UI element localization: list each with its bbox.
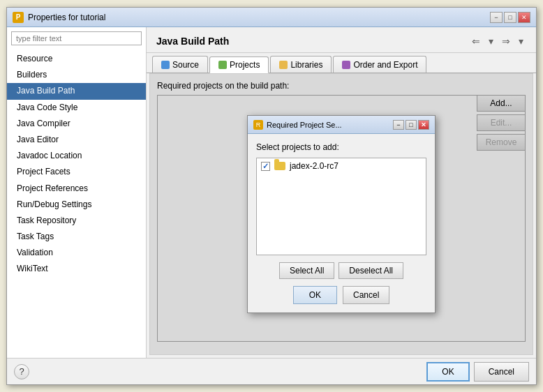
modal-controls: − □ ✕ <box>393 120 429 130</box>
tab-order-export[interactable]: Order and Export <box>333 56 426 73</box>
main-title: Java Build Path <box>156 36 229 47</box>
project-checkbox[interactable]: ✓ <box>261 162 270 171</box>
minimize-button[interactable]: − <box>490 12 503 23</box>
panel-area: Required projects on the build path: Add… <box>149 73 533 355</box>
sidebar-item-project-references[interactable]: Project References <box>7 181 146 197</box>
dot-nav[interactable]: ▾ <box>486 34 496 48</box>
modal-icon-text: R <box>256 121 261 128</box>
modal-dialog: R Required Project Se... − □ ✕ <box>247 115 436 313</box>
libraries-tab-icon <box>279 61 288 69</box>
header-nav: ⇐ ▾ ⇒ ▾ <box>469 34 526 48</box>
sidebar-item-task-repository[interactable]: Task Repository <box>7 213 146 229</box>
main-window: P Properties for tutorial − □ ✕ Resource… <box>6 7 537 385</box>
modal-overlay: R Required Project Se... − □ ✕ <box>150 74 533 354</box>
modal-title-left: R Required Project Se... <box>253 120 342 130</box>
sidebar-item-task-tags[interactable]: Task Tags <box>7 229 146 245</box>
filter-input[interactable] <box>11 31 142 45</box>
sidebar-item-resource[interactable]: Resource <box>7 51 146 67</box>
title-controls: − □ ✕ <box>490 12 530 23</box>
tab-libraries[interactable]: Libraries <box>270 56 332 73</box>
project-name: jadex-2.0-rc7 <box>290 161 339 171</box>
order-tab-icon <box>342 61 350 69</box>
tab-source[interactable]: Source <box>152 56 208 73</box>
window-icon-text: P <box>16 13 21 21</box>
bottom-right: OK Cancel <box>426 362 529 382</box>
ok-button[interactable]: OK <box>426 362 469 382</box>
help-button[interactable]: ? <box>14 364 29 379</box>
close-button[interactable]: ✕ <box>518 12 530 23</box>
modal-maximize-button[interactable]: □ <box>406 120 417 130</box>
modal-title-text: Required Project Se... <box>267 121 342 129</box>
modal-minimize-button[interactable]: − <box>393 120 404 130</box>
modal-icon: R <box>253 120 263 130</box>
back-arrow[interactable]: ⇐ <box>469 34 483 48</box>
bottom-bar: ? OK Cancel <box>7 358 536 384</box>
sidebar-item-java-build-path[interactable]: Java Build Path <box>7 83 146 99</box>
content-area: ResourceBuildersJava Build PathJava Code… <box>7 27 536 358</box>
checkbox-mark: ✓ <box>262 163 269 170</box>
main-content: Java Build Path ⇐ ▾ ⇒ ▾ Source Projects <box>147 27 536 358</box>
tab-projects-label: Projects <box>230 60 260 70</box>
sidebar-item-wikitext[interactable]: WikiText <box>7 261 146 277</box>
sidebar-item-run/debug-settings[interactable]: Run/Debug Settings <box>7 197 146 213</box>
title-bar: P Properties for tutorial − □ ✕ <box>7 8 536 27</box>
main-header: Java Build Path ⇐ ▾ ⇒ ▾ <box>147 27 536 53</box>
sidebar-item-project-facets[interactable]: Project Facets <box>7 164 146 180</box>
dropdown-arrow[interactable]: ▾ <box>516 34 526 48</box>
modal-action-row: Select All Deselect All <box>256 262 426 279</box>
sidebar: ResourceBuildersJava Build PathJava Code… <box>7 27 147 358</box>
tab-projects[interactable]: Projects <box>209 56 269 73</box>
title-bar-left: P Properties for tutorial <box>13 12 105 23</box>
sidebar-item-javadoc-location[interactable]: Javadoc Location <box>7 148 146 164</box>
modal-body: Select projects to add: ✓ jadex-2.0-rc7 <box>248 134 435 312</box>
modal-subtitle: Select projects to add: <box>256 142 426 152</box>
sidebar-list: ResourceBuildersJava Build PathJava Code… <box>7 50 146 358</box>
maximize-button[interactable]: □ <box>504 12 516 23</box>
select-all-button[interactable]: Select All <box>279 262 334 279</box>
modal-cancel-button[interactable]: Cancel <box>343 286 389 304</box>
window-title: Properties for tutorial <box>28 13 105 22</box>
deselect-all-button[interactable]: Deselect All <box>339 262 403 279</box>
tabs-bar: Source Projects Libraries Order and Expo… <box>147 53 536 73</box>
sidebar-item-builders[interactable]: Builders <box>7 67 146 83</box>
folder-icon <box>274 162 285 170</box>
cancel-button[interactable]: Cancel <box>474 362 529 382</box>
sidebar-item-java-editor[interactable]: Java Editor <box>7 132 146 148</box>
project-list: ✓ jadex-2.0-rc7 <box>256 158 426 255</box>
modal-ok-button[interactable]: OK <box>293 286 337 304</box>
sidebar-item-java-compiler[interactable]: Java Compiler <box>7 116 146 132</box>
tab-libraries-label: Libraries <box>290 60 322 70</box>
sidebar-item-validation[interactable]: Validation <box>7 245 146 261</box>
projects-tab-icon <box>218 61 227 69</box>
tab-source-label: Source <box>172 60 199 70</box>
tab-order-label: Order and Export <box>353 60 417 70</box>
modal-close-button[interactable]: ✕ <box>418 120 429 130</box>
sidebar-item-java-code-style[interactable]: Java Code Style <box>7 100 146 116</box>
modal-title-bar: R Required Project Se... − □ ✕ <box>248 116 435 134</box>
list-item[interactable]: ✓ jadex-2.0-rc7 <box>257 158 426 174</box>
window-icon: P <box>13 12 24 23</box>
forward-arrow[interactable]: ⇒ <box>499 34 513 48</box>
source-tab-icon <box>161 61 170 69</box>
modal-ok-row: OK Cancel <box>256 286 426 304</box>
